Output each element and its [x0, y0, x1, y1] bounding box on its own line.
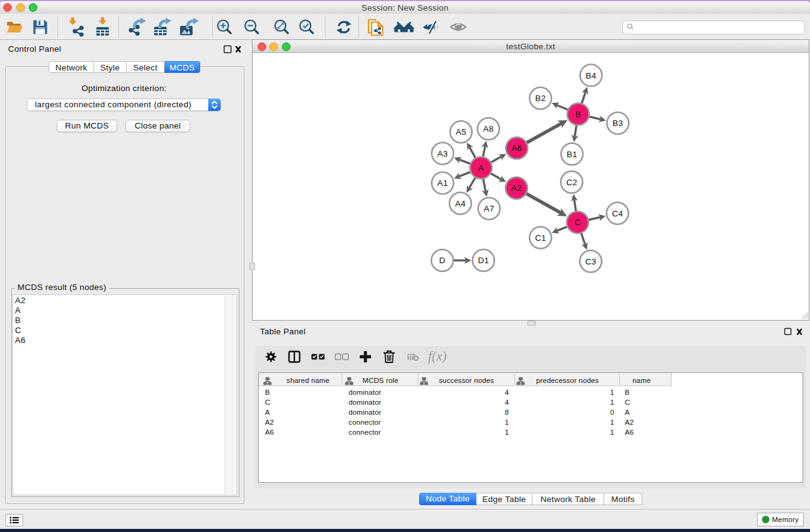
svg-text:A5: A5: [456, 127, 466, 137]
svg-text:C3: C3: [585, 257, 596, 266]
svg-text:f(x): f(x): [428, 349, 446, 364]
svg-text:A6: A6: [511, 143, 522, 153]
svg-text:B4: B4: [586, 71, 596, 80]
svg-text:A4: A4: [455, 199, 466, 208]
svg-text:B3: B3: [612, 118, 623, 128]
svg-text:A3: A3: [437, 149, 448, 158]
svg-text:D1: D1: [478, 256, 489, 265]
svg-text:D: D: [439, 256, 445, 265]
svg-text:C4: C4: [612, 209, 623, 218]
svg-text:C1: C1: [535, 233, 546, 243]
svg-text:B2: B2: [535, 94, 546, 103]
svg-text:A7: A7: [484, 204, 494, 213]
svg-text:B: B: [576, 110, 581, 119]
svg-text:A1: A1: [437, 178, 448, 188]
svg-text:A8: A8: [483, 124, 494, 133]
svg-text:A2: A2: [511, 183, 522, 193]
svg-text:A: A: [478, 163, 484, 173]
svg-text:C2: C2: [566, 178, 577, 187]
svg-text:C: C: [574, 218, 581, 227]
svg-text:B1: B1: [567, 150, 577, 159]
